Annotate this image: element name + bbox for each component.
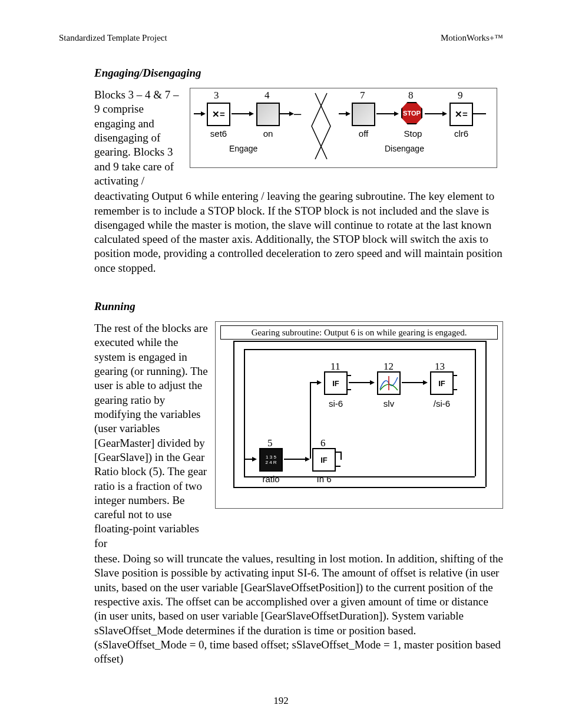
group-disengage: Disengage bbox=[385, 144, 424, 153]
arrow-icon bbox=[310, 382, 320, 383]
block-clr6: ✕= bbox=[449, 103, 473, 126]
block-set6: ✕= bbox=[207, 103, 230, 126]
cap-nsi6: /si-6 bbox=[424, 398, 459, 409]
page-header: Standardized Template Project MotionWork… bbox=[59, 33, 503, 43]
line bbox=[233, 341, 234, 487]
body-engaging: deactivating Output 6 while entering / l… bbox=[94, 189, 503, 275]
block-num-13: 13 bbox=[435, 361, 445, 373]
cap-in6: In 6 bbox=[306, 474, 342, 484]
block-num-8: 8 bbox=[408, 90, 414, 101]
block-if-in6: IF bbox=[312, 448, 336, 472]
arrow-icon bbox=[425, 113, 446, 114]
line bbox=[335, 452, 340, 453]
block-if-si6: IF bbox=[324, 371, 348, 395]
block-num-9: 9 bbox=[458, 90, 463, 101]
offset-curve-icon bbox=[378, 373, 399, 394]
arrow-icon bbox=[339, 113, 349, 114]
cap-slv: slv bbox=[371, 398, 406, 409]
block-stop: STOP bbox=[401, 103, 422, 124]
block-slv bbox=[377, 371, 401, 395]
group-engage: Engage bbox=[229, 144, 257, 153]
line bbox=[473, 113, 486, 114]
cap-on: on bbox=[250, 129, 286, 139]
line bbox=[335, 466, 340, 467]
line bbox=[233, 341, 485, 342]
cap-clr6: clr6 bbox=[444, 129, 479, 139]
dash-icon: – bbox=[294, 106, 301, 121]
cap-set6: set6 bbox=[201, 129, 236, 139]
figure-engage-disengage: 3 4 7 8 9 ✕= – STOP ✕= set6 on bbox=[190, 88, 497, 168]
block-num-4: 4 bbox=[265, 90, 270, 101]
block-num-3: 3 bbox=[214, 90, 219, 101]
cap-stop: Stop bbox=[395, 129, 431, 139]
side-text-running: The rest of the blocks are executed whil… bbox=[94, 321, 208, 551]
line bbox=[244, 349, 475, 350]
arrow-icon bbox=[194, 113, 204, 114]
side-text-engaging: Blocks 3 – 4 & 7 – 9 comprise engaging a… bbox=[94, 88, 183, 188]
block-num-6: 6 bbox=[320, 437, 326, 449]
line bbox=[310, 382, 311, 459]
heading-engaging: Engaging/Disengaging bbox=[94, 67, 503, 80]
line bbox=[340, 452, 342, 460]
block-gear-off bbox=[352, 103, 375, 126]
block-num-12: 12 bbox=[384, 361, 394, 373]
divider-icon bbox=[306, 91, 336, 162]
row-running: The rest of the blocks are executed whil… bbox=[94, 321, 503, 551]
arrow-icon bbox=[232, 113, 253, 114]
figure-running: Gearing subroutine: Output 6 is on while… bbox=[215, 321, 503, 509]
cap-si6: si-6 bbox=[318, 398, 353, 409]
line bbox=[346, 375, 351, 376]
page-number: 192 bbox=[0, 695, 562, 707]
arrow-icon bbox=[280, 113, 293, 114]
line bbox=[475, 349, 476, 476]
arrow-icon bbox=[349, 382, 373, 383]
block-num-11: 11 bbox=[330, 361, 340, 373]
cap-ratio: ratio bbox=[253, 474, 289, 484]
page: Standardized Template Project MotionWork… bbox=[0, 0, 562, 728]
arrow-icon bbox=[402, 382, 427, 383]
line bbox=[452, 375, 457, 376]
block-num-5: 5 bbox=[267, 437, 273, 449]
line bbox=[485, 341, 487, 487]
line bbox=[452, 389, 457, 390]
header-left: Standardized Template Project bbox=[59, 33, 167, 43]
cap-off: off bbox=[346, 129, 381, 139]
block-ratio: 1 3 52 4 R bbox=[259, 448, 283, 472]
line bbox=[244, 349, 245, 476]
row-engaging: Blocks 3 – 4 & 7 – 9 comprise engaging a… bbox=[94, 88, 503, 188]
stop-icon: STOP bbox=[401, 102, 422, 124]
line bbox=[346, 389, 351, 390]
header-right: MotionWorks+™ bbox=[441, 33, 503, 43]
heading-running: Running bbox=[94, 300, 503, 313]
block-num-7: 7 bbox=[360, 90, 365, 101]
block-gear-on bbox=[256, 103, 280, 126]
line bbox=[233, 487, 485, 488]
block-if-nsi6: IF bbox=[430, 371, 454, 395]
body-running: these. Doing so will truncate the values… bbox=[94, 552, 503, 667]
arrow-icon bbox=[284, 459, 309, 460]
arrow-icon bbox=[244, 459, 256, 460]
arrow-icon bbox=[376, 113, 398, 114]
fig2-title: Gearing subroutine: Output 6 is on while… bbox=[220, 325, 498, 340]
